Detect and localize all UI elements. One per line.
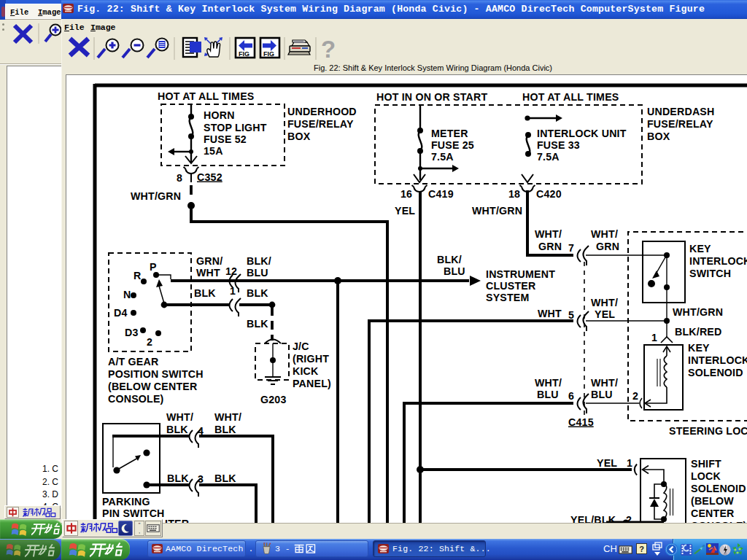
svg-text:WHT/: WHT/ [166, 411, 193, 423]
svg-text:1: 1 [651, 332, 657, 343]
svg-text:8: 8 [177, 172, 182, 184]
svg-text:HORN: HORN [204, 109, 235, 121]
svg-text:15A: 15A [204, 145, 223, 157]
svg-text:FUSE 52: FUSE 52 [204, 133, 247, 145]
svg-text:FUSE/RELAY: FUSE/RELAY [287, 118, 354, 130]
svg-text:WHT/GRN: WHT/GRN [673, 306, 723, 318]
svg-text:STOP LIGHT: STOP LIGHT [204, 122, 267, 133]
svg-text:KEY: KEY [689, 243, 711, 254]
svg-text:7: 7 [568, 242, 574, 254]
svg-text:BLK/: BLK/ [247, 255, 271, 267]
svg-text:WHT/: WHT/ [591, 297, 618, 308]
svg-text:D3: D3 [125, 327, 139, 338]
svg-text:INSTRUMENT: INSTRUMENT [486, 268, 555, 280]
svg-text:GRN: GRN [596, 241, 619, 252]
svg-text:BLK: BLK [214, 424, 236, 435]
svg-text:R: R [133, 270, 141, 281]
svg-text:C352: C352 [197, 171, 222, 183]
svg-text:18: 18 [508, 188, 520, 200]
svg-text:2: 2 [626, 514, 632, 524]
svg-text:YEL: YEL [395, 205, 415, 217]
svg-text:C419: C419 [428, 188, 454, 200]
svg-text:GRN: GRN [538, 241, 562, 252]
svg-text:7.5A: 7.5A [431, 151, 454, 163]
svg-text:A/T GEAR: A/T GEAR [108, 356, 158, 368]
svg-text:2: 2 [632, 390, 638, 402]
svg-text:16: 16 [400, 188, 412, 200]
svg-text:YEL: YEL [597, 457, 617, 469]
svg-text:INTERLOCK: INTERLOCK [688, 354, 747, 366]
svg-text:YEL: YEL [595, 308, 615, 320]
svg-text:WHT/: WHT/ [591, 377, 618, 389]
svg-text:FIG: FIG [263, 50, 274, 58]
svg-text:SOLENOID: SOLENOID [691, 483, 746, 494]
svg-text:CLUSTER: CLUSTER [486, 280, 535, 292]
svg-text:BLK: BLK [166, 424, 188, 435]
svg-text:CENTER: CENTER [691, 508, 735, 519]
svg-text:BLU: BLU [247, 267, 268, 279]
svg-text:GRN/: GRN/ [196, 255, 222, 267]
svg-text:BLK/RED: BLK/RED [675, 326, 721, 338]
svg-text:C420: C420 [536, 188, 562, 200]
svg-text:FUSE 33: FUSE 33 [537, 139, 580, 151]
svg-text:KEY: KEY [688, 342, 710, 354]
svg-text:BOX: BOX [647, 131, 670, 142]
svg-text:KICK: KICK [293, 365, 319, 377]
svg-text:UNDERHOOD: UNDERHOOD [287, 106, 357, 117]
svg-text:SWITCH: SWITCH [689, 268, 731, 279]
svg-text:WHT/: WHT/ [535, 377, 562, 389]
svg-text:4: 4 [198, 425, 204, 437]
svg-text:HOT AT ALL TIMES: HOT AT ALL TIMES [158, 90, 254, 102]
svg-text:WHT: WHT [196, 267, 220, 279]
svg-text:HOT AT ALL TIMES: HOT AT ALL TIMES [522, 91, 619, 103]
svg-text:UNDERDASH: UNDERDASH [647, 106, 714, 117]
svg-text:PARKING: PARKING [102, 496, 150, 508]
svg-text:D4: D4 [114, 307, 128, 319]
svg-text:POSITION SWITCH: POSITION SWITCH [108, 368, 204, 380]
svg-text:SOLENOID: SOLENOID [688, 367, 743, 378]
svg-text:2: 2 [147, 336, 152, 348]
svg-text:PIN SWITCH: PIN SWITCH [102, 508, 165, 519]
svg-text:?: ? [321, 36, 336, 61]
svg-text:BLU: BLU [444, 265, 465, 277]
svg-text:PANEL): PANEL) [293, 378, 331, 389]
svg-text:LOCK: LOCK [691, 470, 721, 482]
svg-text:INTERLOCK: INTERLOCK [689, 255, 747, 267]
svg-text:BLK: BLK [167, 472, 189, 484]
svg-text:P: P [150, 261, 157, 273]
svg-text:BOX: BOX [287, 131, 311, 142]
svg-text:FUSE 25: FUSE 25 [431, 139, 474, 151]
svg-text:3: 3 [198, 473, 204, 485]
svg-text:FUSE/RELAY: FUSE/RELAY [647, 118, 713, 130]
svg-text:BLU: BLU [591, 389, 613, 400]
svg-text:5: 5 [568, 309, 574, 321]
svg-text:YEL/BLK: YEL/BLK [570, 514, 616, 524]
svg-text:FIG: FIG [239, 50, 249, 58]
svg-text:WHT/GRN: WHT/GRN [472, 205, 522, 217]
svg-text:BLK/: BLK/ [437, 254, 462, 265]
svg-text:METER: METER [431, 128, 468, 139]
svg-text:BLK: BLK [194, 287, 216, 299]
svg-text:BLK: BLK [214, 472, 236, 484]
svg-text:7.5A: 7.5A [537, 151, 560, 163]
svg-text:6: 6 [568, 390, 574, 402]
svg-text:WHT/GRN: WHT/GRN [131, 190, 181, 202]
svg-text:C415: C415 [568, 416, 594, 428]
svg-text:INTERLOCK UNIT: INTERLOCK UNIT [537, 128, 627, 139]
svg-text:(RIGHT: (RIGHT [293, 353, 329, 365]
svg-text:SHIFT: SHIFT [691, 458, 721, 470]
svg-text:1: 1 [230, 285, 236, 297]
svg-text:12: 12 [225, 265, 237, 277]
svg-text:WHT/: WHT/ [535, 228, 562, 240]
svg-text:BLK: BLK [247, 318, 268, 330]
svg-text:1: 1 [627, 457, 632, 469]
svg-text:STEERING LOCK: STEERING LOCK [669, 425, 747, 437]
svg-text:SYSTEM: SYSTEM [486, 292, 530, 303]
svg-text:G203: G203 [260, 394, 287, 405]
svg-text:WHT/: WHT/ [591, 228, 618, 240]
svg-text:(BELOW CENTER: (BELOW CENTER [108, 381, 197, 392]
svg-text:WHT: WHT [538, 308, 562, 319]
svg-text:J/C: J/C [293, 341, 309, 352]
svg-text:N: N [123, 289, 131, 300]
svg-text:HOT IN ON OR START: HOT IN ON OR START [376, 91, 487, 103]
